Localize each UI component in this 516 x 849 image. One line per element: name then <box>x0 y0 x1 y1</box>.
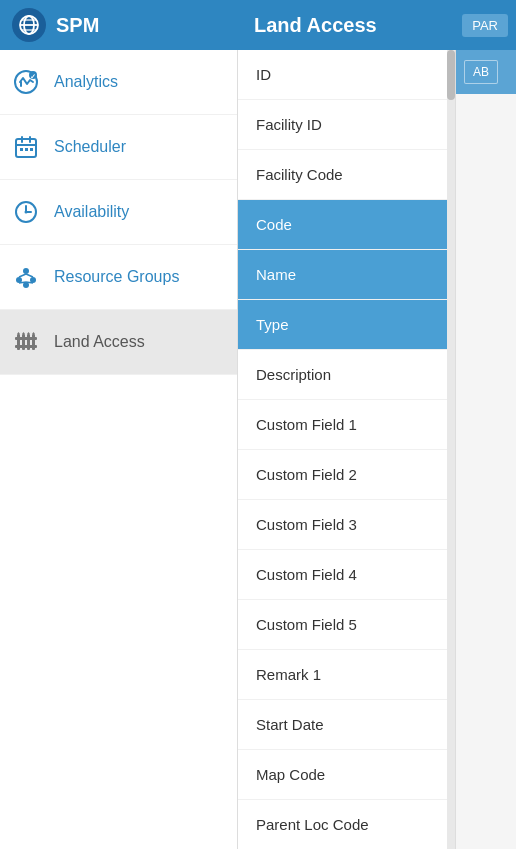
sidebar-item-scheduler-label: Scheduler <box>54 138 126 156</box>
dropdown-item-code[interactable]: Code <box>238 200 455 250</box>
main-area: ✓ Analytics Schedu <box>0 50 516 849</box>
svg-line-26 <box>26 282 33 283</box>
sidebar: ✓ Analytics Schedu <box>0 50 238 849</box>
header-logo-area: SPM <box>0 8 238 42</box>
svg-rect-14 <box>30 148 33 151</box>
dropdown-item-custom-field-4[interactable]: Custom Field 4 <box>238 550 455 600</box>
dropdown-item-start-date[interactable]: Start Date <box>238 700 455 750</box>
sidebar-item-analytics-label: Analytics <box>54 73 118 91</box>
svg-rect-12 <box>20 148 23 151</box>
right-panel: AB <box>456 50 516 849</box>
analytics-icon: ✓ <box>12 68 40 96</box>
land-access-icon <box>12 328 40 356</box>
sidebar-item-land-access[interactable]: Land Access <box>0 310 237 375</box>
sidebar-item-analytics[interactable]: ✓ Analytics <box>0 50 237 115</box>
resource-groups-icon <box>12 263 40 291</box>
svg-marker-34 <box>22 332 25 334</box>
sidebar-item-availability-label: Availability <box>54 203 129 221</box>
globe-icon <box>12 8 46 42</box>
dropdown-item-id[interactable]: ID <box>238 50 455 100</box>
availability-icon <box>12 198 40 226</box>
svg-rect-31 <box>27 334 30 350</box>
sidebar-item-scheduler[interactable]: Scheduler <box>0 115 237 180</box>
svg-rect-13 <box>25 148 28 151</box>
dropdown-item-facility-id[interactable]: Facility ID <box>238 100 455 150</box>
par-header-button[interactable]: PAR <box>462 14 508 37</box>
scrollbar-track <box>447 50 455 849</box>
dropdown-item-remark-1[interactable]: Remark 1 <box>238 650 455 700</box>
header-actions: PAR <box>462 14 516 37</box>
sidebar-item-resource-groups[interactable]: Resource Groups <box>0 245 237 310</box>
section-title: Land Access <box>238 14 462 37</box>
dropdown-item-description[interactable]: Description <box>238 350 455 400</box>
sidebar-item-land-access-label: Land Access <box>54 333 145 351</box>
svg-point-19 <box>23 268 29 274</box>
scheduler-icon <box>12 133 40 161</box>
dropdown-column: IDFacility IDFacility CodeCodeNameTypeDe… <box>238 50 456 849</box>
svg-line-23 <box>19 274 26 277</box>
dropdown-item-facility-code[interactable]: Facility Code <box>238 150 455 200</box>
svg-rect-29 <box>17 334 20 350</box>
ab-button[interactable]: AB <box>464 60 498 84</box>
app-title: SPM <box>56 14 99 37</box>
dropdown-item-custom-field-1[interactable]: Custom Field 1 <box>238 400 455 450</box>
dropdown-item-custom-field-5[interactable]: Custom Field 5 <box>238 600 455 650</box>
svg-point-18 <box>25 211 28 214</box>
app-container: SPM Land Access PAR ✓ Analytics <box>0 0 516 849</box>
dropdown-item-name[interactable]: Name <box>238 250 455 300</box>
header-bar: SPM Land Access PAR <box>0 0 516 50</box>
svg-rect-32 <box>32 334 35 350</box>
svg-line-24 <box>26 274 33 277</box>
svg-line-25 <box>19 282 26 283</box>
right-panel-header: AB <box>456 50 516 94</box>
svg-marker-35 <box>27 332 30 334</box>
dropdown-item-type[interactable]: Type <box>238 300 455 350</box>
sidebar-item-availability[interactable]: Availability <box>0 180 237 245</box>
dropdown-item-custom-field-2[interactable]: Custom Field 2 <box>238 450 455 500</box>
dropdown-item-map-code[interactable]: Map Code <box>238 750 455 800</box>
svg-rect-30 <box>22 334 25 350</box>
sidebar-item-resource-groups-label: Resource Groups <box>54 268 179 286</box>
svg-marker-33 <box>17 332 20 334</box>
scrollbar-thumb <box>447 50 455 100</box>
svg-marker-36 <box>32 332 35 334</box>
svg-text:✓: ✓ <box>30 73 36 80</box>
dropdown-item-custom-field-3[interactable]: Custom Field 3 <box>238 500 455 550</box>
dropdown-item-parent-loc-code[interactable]: Parent Loc Code <box>238 800 455 849</box>
